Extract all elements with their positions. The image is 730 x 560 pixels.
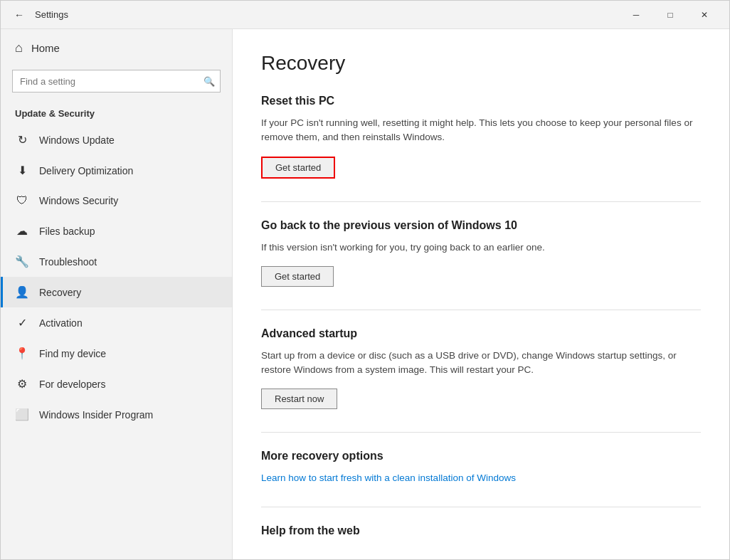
sidebar-item-activation[interactable]: ✓ Activation [1,307,232,338]
delivery-optimization-icon: ⬇ [15,164,29,177]
sidebar-item-files-backup[interactable]: ☁ Files backup [1,216,232,246]
divider-4 [261,507,701,507]
titlebar: ← Settings ─ □ ✕ [1,1,729,29]
home-icon: ⌂ [15,41,23,56]
advanced-startup-section: Advanced startup Start up from a device … [261,327,701,410]
activation-icon: ✓ [15,316,29,329]
reset-pc-section: Reset this PC If your PC isn't running w… [261,95,701,179]
help-section: Help from the web [261,524,701,537]
minimize-button[interactable]: ─ [620,4,652,26]
advanced-startup-title: Advanced startup [261,327,701,340]
sidebar-label-for-developers: For developers [39,379,105,390]
windows-insider-icon: ⬜ [15,408,29,421]
home-label: Home [31,42,60,54]
window-controls: ─ □ ✕ [620,4,721,26]
recovery-icon: 👤 [15,285,29,299]
page-title: Recovery [261,52,701,75]
search-container: 🔍 [12,70,221,93]
sidebar-section-title: Update & Security [1,101,232,125]
divider-3 [261,432,701,433]
sidebar-item-windows-insider[interactable]: ⬜ Windows Insider Program [1,399,232,430]
sidebar-label-windows-insider: Windows Insider Program [39,409,153,421]
window-title: Settings [35,9,68,20]
search-input[interactable] [12,70,221,93]
go-back-section: Go back to the previous version of Windo… [261,219,701,287]
divider-1 [261,201,701,202]
find-my-device-icon: 📍 [15,347,29,360]
sidebar-item-recovery[interactable]: 👤 Recovery [1,277,232,307]
go-back-title: Go back to the previous version of Windo… [261,219,701,232]
windows-security-icon: 🛡 [15,194,29,207]
sidebar-label-windows-security: Windows Security [39,195,118,206]
for-developers-icon: ⚙ [15,377,29,391]
sidebar-label-activation: Activation [39,317,83,329]
reset-pc-desc: If your PC isn't running well, resetting… [261,116,701,145]
restart-now-button[interactable]: Restart now [261,389,337,409]
sidebar-item-troubleshoot[interactable]: 🔧 Troubleshoot [1,246,232,277]
help-section-title: Help from the web [261,524,701,537]
main-area: ⌂ Home 🔍 Update & Security ↻ Windows Upd… [1,29,729,559]
sidebar-item-find-my-device[interactable]: 📍 Find my device [1,338,232,369]
sidebar-item-delivery-optimization[interactable]: ⬇ Delivery Optimization [1,155,232,186]
clean-install-link[interactable]: Learn how to start fresh with a clean in… [261,472,516,483]
settings-window: ← Settings ─ □ ✕ ⌂ Home 🔍 Update & Secur… [0,0,730,560]
divider-2 [261,310,701,310]
sidebar-label-troubleshoot: Troubleshoot [39,256,97,268]
reset-pc-get-started-button[interactable]: Get started [261,157,335,179]
maximize-button[interactable]: □ [654,4,687,26]
sidebar-item-windows-security[interactable]: 🛡 Windows Security [1,186,232,216]
content-area: Recovery Reset this PC If your PC isn't … [233,29,729,559]
advanced-startup-desc: Start up from a device or disc (such as … [261,349,701,378]
search-icon: 🔍 [203,76,215,87]
sidebar-label-windows-update: Windows Update [39,134,115,146]
sidebar-label-find-my-device: Find my device [39,348,106,359]
sidebar-label-recovery: Recovery [39,287,81,298]
go-back-get-started-button[interactable]: Get started [261,266,334,287]
troubleshoot-icon: 🔧 [15,255,29,268]
sidebar-label-files-backup: Files backup [39,226,95,237]
more-recovery-section: More recovery options Learn how to start… [261,450,701,484]
sidebar-label-delivery-optimization: Delivery Optimization [39,165,133,176]
back-button[interactable]: ← [9,5,29,25]
close-button[interactable]: ✕ [688,4,721,26]
sidebar-item-windows-update[interactable]: ↻ Windows Update [1,125,232,155]
windows-update-icon: ↻ [15,133,29,147]
more-recovery-title: More recovery options [261,450,701,463]
files-backup-icon: ☁ [15,224,29,238]
reset-pc-title: Reset this PC [261,95,701,107]
home-nav-item[interactable]: ⌂ Home [1,29,232,67]
sidebar-item-for-developers[interactable]: ⚙ For developers [1,369,232,399]
go-back-desc: If this version isn't working for you, t… [261,241,701,255]
sidebar: ⌂ Home 🔍 Update & Security ↻ Windows Upd… [1,29,233,559]
